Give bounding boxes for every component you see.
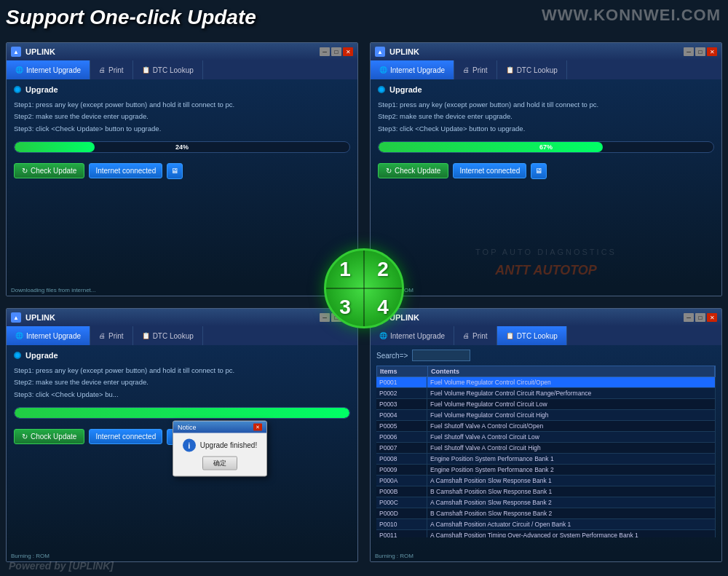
maximize-btn-4[interactable]: □ <box>695 313 705 322</box>
internet-btn-3[interactable]: Internet connected <box>89 429 162 444</box>
tabs-1: 🌐 Internet Upgrade 🖨 Print 📋 DTC Lookup <box>7 60 357 79</box>
dtc-row[interactable]: P0006Fuel Shutoff Valve A Control Circui… <box>376 432 716 443</box>
dtc-row[interactable]: P000AA Camshaft Position Slow Response B… <box>376 476 716 486</box>
maximize-btn-1[interactable]: □ <box>331 47 341 56</box>
content-2: Upgrade Step1: press any key (except pow… <box>371 79 721 285</box>
refresh-icon-3: ↻ <box>22 433 28 441</box>
titlebar-icon-1: ▲ <box>11 47 21 57</box>
tab-dtc-2[interactable]: 📋 DTC Lookup <box>497 60 567 79</box>
tabs-4: 🌐 Internet Upgrade 🖨 Print 📋 DTC Lookup <box>371 326 721 345</box>
dtc-desc: A Camshaft Position Actuator Circuit / O… <box>427 519 716 529</box>
dtc-row[interactable]: P0011A Camshaft Position Timing Over-Adv… <box>376 530 716 537</box>
dtc-row[interactable]: P0004Fuel Volume Regulator Control Circu… <box>376 410 716 421</box>
titlebar-text-1: UPLINK <box>25 47 320 56</box>
dtc-row[interactable]: P0009Engine Position System Performance … <box>376 465 716 476</box>
minimize-btn-4[interactable]: ─ <box>684 313 694 322</box>
minimize-btn-3[interactable]: ─ <box>320 313 330 322</box>
minimize-btn-2[interactable]: ─ <box>684 47 694 56</box>
notice-ok-btn[interactable]: 确定 <box>202 456 237 470</box>
dtc-row[interactable]: P0007Fuel Shutoff Valve A Control Circui… <box>376 443 716 454</box>
step3-2: Step3: click <Check Update> button to up… <box>378 124 714 133</box>
quadrant-3: ▲ UPLINK ─ □ ✕ 🌐 Internet Upgrade 🖨 <box>0 302 364 568</box>
tab-internet-upgrade-3[interactable]: 🌐 Internet Upgrade <box>7 326 90 345</box>
tab-print-1[interactable]: 🖨 Print <box>90 60 133 79</box>
close-btn-4[interactable]: ✕ <box>707 313 717 322</box>
internet-label-1: Internet connected <box>95 167 156 175</box>
tab-print-3[interactable]: 🖨 Print <box>90 326 133 345</box>
tabs-3: 🌐 Internet Upgrade 🖨 Print 📋 DTC Lookup <box>7 326 357 345</box>
tab-dtc-1[interactable]: 📋 DTC Lookup <box>133 60 203 79</box>
tab-internet-upgrade-4[interactable]: 🌐 Internet Upgrade <box>371 326 454 345</box>
check-update-btn-1[interactable]: ↻ Check Update <box>14 163 84 178</box>
tab-dtc-label-1: DTC Lookup <box>153 66 194 74</box>
maximize-btn-2[interactable]: □ <box>695 47 705 56</box>
uplink-window-4: ▲ UPLINK ─ □ ✕ 🌐 Internet Upgrade 🖨 <box>370 308 722 562</box>
tab-print-label-3: Print <box>108 332 124 340</box>
dtc-desc: A Camshaft Position Slow Response Bank 1 <box>427 476 716 486</box>
search-input[interactable] <box>412 350 470 361</box>
notice-ok-label: 确定 <box>213 459 226 466</box>
upgrade-dot-1 <box>14 86 21 93</box>
tabs-2: 🌐 Internet Upgrade 🖨 Print 📋 DTC Lookup <box>371 60 721 79</box>
progress-container-2: 67% <box>378 141 714 153</box>
dtc-desc: Fuel Volume Regulator Control Circuit Lo… <box>427 399 716 409</box>
tab-internet-upgrade-2[interactable]: 🌐 Internet Upgrade <box>371 60 454 79</box>
dtc-row[interactable]: P0003Fuel Volume Regulator Control Circu… <box>376 399 716 410</box>
upgrade-header-3: Upgrade <box>14 351 350 360</box>
check-update-label-3: Chock Update <box>31 433 76 441</box>
content-1: Upgrade Step1: press any key (except pow… <box>7 79 357 285</box>
dtc-row[interactable]: P0010A Camshaft Position Actuator Circui… <box>376 519 716 530</box>
dtc-desc: B Camshaft Position Slow Response Bank 1 <box>427 486 716 497</box>
titlebar-4: ▲ UPLINK ─ □ ✕ <box>371 309 721 326</box>
dtc-desc: Engine Position System Performance Bank … <box>427 454 716 464</box>
upgrade-dot-3 <box>14 352 21 359</box>
check-update-btn-2[interactable]: ↻ Check Update <box>378 163 448 178</box>
tab-label-2: Internet Upgrade <box>390 66 445 74</box>
dtc-row[interactable]: P0002Fuel Volume Regulator Control Circu… <box>376 388 716 399</box>
tab-label-4: Internet Upgrade <box>390 332 445 340</box>
tab-dtc-label-2: DTC Lookup <box>517 66 558 74</box>
notice-title: Notice <box>178 423 197 430</box>
dtc-code: P0011 <box>376 530 427 537</box>
close-btn-2[interactable]: ✕ <box>707 47 717 56</box>
check-update-btn-3[interactable]: ↻ Chock Update <box>14 429 84 444</box>
dtc-content: Search=> Items Contents P0001Fuel Volume… <box>371 345 721 551</box>
dtc-row[interactable]: P0001Fuel Volume Regulator Control Circu… <box>376 377 716 388</box>
notice-close-btn[interactable]: ✕ <box>253 423 262 430</box>
titlebar-1: ▲ UPLINK ─ □ ✕ <box>7 43 357 60</box>
dtc-row[interactable]: P000BB Camshaft Position Slow Response B… <box>376 486 716 497</box>
notice-message-row: i Upgrade finished! <box>183 438 257 451</box>
titlebar-text-4: UPLINK <box>389 313 684 322</box>
notice-body: i Upgrade finished! 确定 <box>173 433 266 476</box>
print-icon-2: 🖨 <box>463 66 470 74</box>
dtc-row[interactable]: P000CA Camshaft Position Slow Response B… <box>376 497 716 508</box>
internet-label-3: Internet connected <box>95 433 156 441</box>
dtc-row[interactable]: P000DB Camshaft Position Slow Response B… <box>376 508 716 519</box>
status-bar-1: Downloading files from internet... <box>7 285 357 296</box>
dtc-table: Items Contents P0001Fuel Volume Regulato… <box>376 366 716 547</box>
monitor-icon-btn-2[interactable]: 🖥 <box>531 163 547 179</box>
close-btn-1[interactable]: ✕ <box>343 47 353 56</box>
progress-bar-2 <box>379 142 603 152</box>
page-title: Support One-click Update <box>6 6 256 29</box>
uplink-window-2: ▲ UPLINK ─ □ ✕ 🌐 Internet Upgrade 🖨 <box>370 42 722 296</box>
step3-3: Step3: click <Check Update> bu... <box>14 390 350 399</box>
dtc-row[interactable]: P0005Fuel Shutoff Valve A Control Circui… <box>376 421 716 432</box>
tab-dtc-4[interactable]: 📋 DTC Lookup <box>497 326 567 345</box>
search-row: Search=> <box>376 350 716 361</box>
dtc-desc: Fuel Shutoff Valve A Control Circuit Low <box>427 432 716 442</box>
monitor-icon-btn-1[interactable]: 🖥 <box>167 163 183 179</box>
minimize-btn-1[interactable]: ─ <box>320 47 330 56</box>
dtc-row[interactable]: P0008Engine Position System Performance … <box>376 454 716 465</box>
button-row-2: ↻ Check Update Internet connected 🖥 <box>378 163 714 179</box>
print-icon-3: 🖨 <box>99 332 106 339</box>
tab-dtc-label-4: DTC Lookup <box>517 332 558 340</box>
internet-btn-2[interactable]: Internet connected <box>453 163 526 178</box>
tab-dtc-3[interactable]: 📋 DTC Lookup <box>133 326 203 345</box>
tab-print-4[interactable]: 🖨 Print <box>454 326 497 345</box>
circle-divider-v <box>363 250 365 326</box>
internet-btn-1[interactable]: Internet connected <box>89 163 162 178</box>
tab-internet-upgrade-1[interactable]: 🌐 Internet Upgrade <box>7 60 90 79</box>
tab-print-2[interactable]: 🖨 Print <box>454 60 497 79</box>
dtc-desc: Engine Position System Performance Bank … <box>427 465 716 475</box>
